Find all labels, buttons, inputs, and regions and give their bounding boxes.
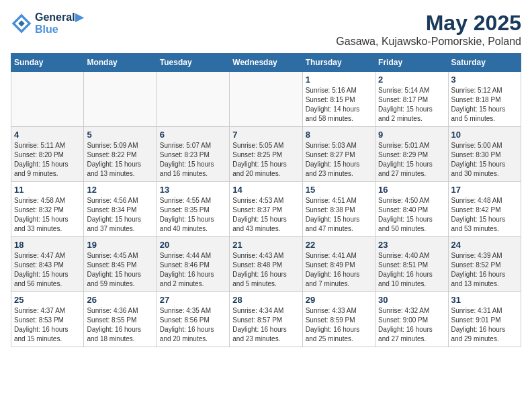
weekday-header: Monday — [84, 54, 157, 72]
day-info: Sunrise: 4:48 AM Sunset: 8:42 PM Dayligh… — [451, 196, 518, 234]
day-info: Sunrise: 4:55 AM Sunset: 8:35 PM Dayligh… — [160, 196, 226, 234]
day-info: Sunrise: 5:07 AM Sunset: 8:23 PM Dayligh… — [160, 141, 226, 179]
calendar-cell: 26Sunrise: 4:36 AM Sunset: 8:55 PM Dayli… — [84, 292, 157, 347]
day-number: 9 — [378, 130, 445, 140]
calendar-cell: 6Sunrise: 5:07 AM Sunset: 8:23 PM Daylig… — [157, 127, 229, 182]
day-info: Sunrise: 5:03 AM Sunset: 8:27 PM Dayligh… — [306, 141, 372, 179]
day-number: 1 — [306, 75, 372, 85]
day-info: Sunrise: 5:16 AM Sunset: 8:15 PM Dayligh… — [306, 86, 372, 124]
calendar-cell: 16Sunrise: 4:50 AM Sunset: 8:40 PM Dayli… — [375, 182, 448, 237]
day-number: 2 — [378, 75, 445, 85]
day-number: 29 — [306, 295, 372, 305]
day-info: Sunrise: 4:51 AM Sunset: 8:38 PM Dayligh… — [306, 196, 372, 234]
day-number: 31 — [451, 295, 518, 305]
day-info: Sunrise: 4:41 AM Sunset: 8:49 PM Dayligh… — [306, 251, 372, 289]
day-info: Sunrise: 4:31 AM Sunset: 9:01 PM Dayligh… — [451, 306, 518, 344]
day-info: Sunrise: 4:50 AM Sunset: 8:40 PM Dayligh… — [378, 196, 445, 234]
day-number: 22 — [306, 240, 372, 250]
day-number: 23 — [378, 240, 445, 250]
title-block: May 2025 Gasawa, Kujawsko-Pomorskie, Pol… — [336, 11, 521, 48]
day-info: Sunrise: 5:12 AM Sunset: 8:18 PM Dayligh… — [451, 86, 518, 124]
calendar-cell: 14Sunrise: 4:53 AM Sunset: 8:37 PM Dayli… — [230, 182, 302, 237]
day-number: 20 — [160, 240, 226, 250]
calendar-cell: 23Sunrise: 4:40 AM Sunset: 8:51 PM Dayli… — [375, 237, 448, 292]
calendar-cell: 11Sunrise: 4:58 AM Sunset: 8:32 PM Dayli… — [11, 182, 84, 237]
day-number: 12 — [87, 185, 153, 195]
day-info: Sunrise: 4:34 AM Sunset: 8:57 PM Dayligh… — [232, 306, 299, 344]
calendar-week-row: 18Sunrise: 4:47 AM Sunset: 8:43 PM Dayli… — [11, 237, 521, 292]
day-number: 16 — [378, 185, 445, 195]
calendar-week-row: 4Sunrise: 5:11 AM Sunset: 8:20 PM Daylig… — [11, 127, 521, 182]
page-header: General▶ Blue May 2025 Gasawa, Kujawsko-… — [11, 11, 521, 48]
day-number: 17 — [451, 185, 518, 195]
weekday-header: Wednesday — [230, 54, 302, 72]
day-number: 8 — [306, 130, 372, 140]
day-number: 3 — [451, 75, 518, 85]
day-number: 27 — [160, 295, 226, 305]
calendar-cell: 24Sunrise: 4:39 AM Sunset: 8:52 PM Dayli… — [448, 237, 521, 292]
day-number: 18 — [14, 240, 81, 250]
day-info: Sunrise: 5:01 AM Sunset: 8:29 PM Dayligh… — [378, 141, 445, 179]
day-number: 19 — [87, 240, 153, 250]
day-info: Sunrise: 4:44 AM Sunset: 8:46 PM Dayligh… — [160, 251, 226, 289]
calendar-cell: 20Sunrise: 4:44 AM Sunset: 8:46 PM Dayli… — [157, 237, 229, 292]
day-info: Sunrise: 4:53 AM Sunset: 8:37 PM Dayligh… — [232, 196, 299, 234]
day-info: Sunrise: 4:35 AM Sunset: 8:56 PM Dayligh… — [160, 306, 226, 344]
calendar-week-row: 11Sunrise: 4:58 AM Sunset: 8:32 PM Dayli… — [11, 182, 521, 237]
calendar-cell: 19Sunrise: 4:45 AM Sunset: 8:45 PM Dayli… — [84, 237, 157, 292]
calendar-week-row: 1Sunrise: 5:16 AM Sunset: 8:15 PM Daylig… — [11, 72, 521, 127]
weekday-header: Thursday — [302, 54, 375, 72]
calendar-cell: 5Sunrise: 5:09 AM Sunset: 8:22 PM Daylig… — [84, 127, 157, 182]
day-info: Sunrise: 4:40 AM Sunset: 8:51 PM Dayligh… — [378, 251, 445, 289]
month-title: May 2025 — [336, 11, 521, 36]
day-number: 4 — [14, 130, 81, 140]
calendar-cell: 3Sunrise: 5:12 AM Sunset: 8:18 PM Daylig… — [448, 72, 521, 127]
day-number: 13 — [160, 185, 226, 195]
day-info: Sunrise: 4:37 AM Sunset: 8:53 PM Dayligh… — [14, 306, 81, 344]
day-info: Sunrise: 4:32 AM Sunset: 9:00 PM Dayligh… — [378, 306, 445, 344]
calendar-cell: 18Sunrise: 4:47 AM Sunset: 8:43 PM Dayli… — [11, 237, 84, 292]
day-info: Sunrise: 5:14 AM Sunset: 8:17 PM Dayligh… — [378, 86, 445, 124]
calendar-cell — [157, 72, 229, 127]
calendar-cell: 22Sunrise: 4:41 AM Sunset: 8:49 PM Dayli… — [302, 237, 375, 292]
day-number: 11 — [14, 185, 81, 195]
calendar-cell: 17Sunrise: 4:48 AM Sunset: 8:42 PM Dayli… — [448, 182, 521, 237]
weekday-header: Saturday — [448, 54, 521, 72]
calendar-cell — [230, 72, 302, 127]
day-info: Sunrise: 4:47 AM Sunset: 8:43 PM Dayligh… — [14, 251, 81, 289]
logo: General▶ Blue — [11, 11, 83, 36]
day-number: 7 — [232, 130, 299, 140]
day-number: 26 — [87, 295, 153, 305]
day-number: 30 — [378, 295, 445, 305]
day-number: 6 — [160, 130, 226, 140]
day-info: Sunrise: 4:36 AM Sunset: 8:55 PM Dayligh… — [87, 306, 153, 344]
calendar-cell: 25Sunrise: 4:37 AM Sunset: 8:53 PM Dayli… — [11, 292, 84, 347]
day-info: Sunrise: 4:56 AM Sunset: 8:34 PM Dayligh… — [87, 196, 153, 234]
day-info: Sunrise: 4:45 AM Sunset: 8:45 PM Dayligh… — [87, 251, 153, 289]
calendar-cell: 27Sunrise: 4:35 AM Sunset: 8:56 PM Dayli… — [157, 292, 229, 347]
weekday-header-row: SundayMondayTuesdayWednesdayThursdayFrid… — [11, 54, 521, 72]
calendar-cell: 15Sunrise: 4:51 AM Sunset: 8:38 PM Dayli… — [302, 182, 375, 237]
weekday-header: Tuesday — [157, 54, 229, 72]
calendar-cell: 28Sunrise: 4:34 AM Sunset: 8:57 PM Dayli… — [230, 292, 302, 347]
logo-icon — [11, 13, 32, 34]
day-number: 15 — [306, 185, 372, 195]
day-number: 24 — [451, 240, 518, 250]
weekday-header: Sunday — [11, 54, 84, 72]
calendar-cell: 7Sunrise: 5:05 AM Sunset: 8:25 PM Daylig… — [230, 127, 302, 182]
calendar-cell: 29Sunrise: 4:33 AM Sunset: 8:59 PM Dayli… — [302, 292, 375, 347]
day-number: 28 — [232, 295, 299, 305]
calendar-cell: 13Sunrise: 4:55 AM Sunset: 8:35 PM Dayli… — [157, 182, 229, 237]
day-info: Sunrise: 4:39 AM Sunset: 8:52 PM Dayligh… — [451, 251, 518, 289]
day-number: 14 — [232, 185, 299, 195]
location-title: Gasawa, Kujawsko-Pomorskie, Poland — [336, 36, 521, 48]
calendar-cell: 8Sunrise: 5:03 AM Sunset: 8:27 PM Daylig… — [302, 127, 375, 182]
calendar-cell: 31Sunrise: 4:31 AM Sunset: 9:01 PM Dayli… — [448, 292, 521, 347]
day-number: 21 — [232, 240, 299, 250]
day-info: Sunrise: 5:05 AM Sunset: 8:25 PM Dayligh… — [232, 141, 299, 179]
day-info: Sunrise: 5:00 AM Sunset: 8:30 PM Dayligh… — [451, 141, 518, 179]
calendar-cell: 12Sunrise: 4:56 AM Sunset: 8:34 PM Dayli… — [84, 182, 157, 237]
calendar-cell: 9Sunrise: 5:01 AM Sunset: 8:29 PM Daylig… — [375, 127, 448, 182]
weekday-header: Friday — [375, 54, 448, 72]
logo-text: General▶ Blue — [35, 11, 83, 36]
